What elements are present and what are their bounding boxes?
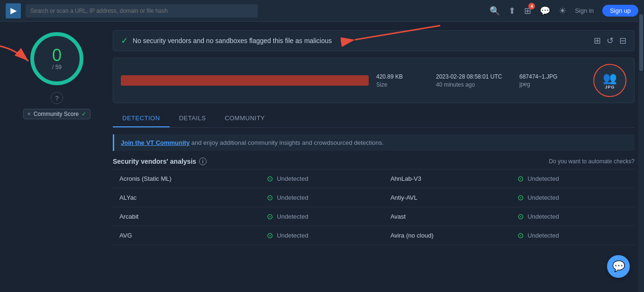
status-bar: ✓ No security vendors and no sandboxes f… (113, 30, 635, 51)
upload-icon[interactable]: ⬆ (508, 6, 516, 16)
vendor-status-left: ⊙ Undetected (260, 188, 384, 207)
check-icon-right: ⊙ (517, 231, 524, 240)
vendor-status-left: ⊙ Undetected (260, 169, 384, 188)
tabs: DETECTION DETAILS COMMUNITY (113, 110, 635, 128)
undetected-label-left: Undetected (277, 194, 308, 201)
tab-community[interactable]: COMMUNITY (215, 110, 274, 127)
undetected-label-right: Undetected (527, 175, 559, 182)
file-path-bar (121, 75, 369, 86)
vendor-name-right: Antiy-AVL (384, 188, 511, 207)
community-notice-text: and enjoy additional community insights … (191, 139, 384, 146)
file-name-row: 687474~1.JPG jpeg (519, 73, 586, 88)
vendor-name-right: AhnLab-V3 (384, 169, 511, 188)
file-people-icon: 👥 (603, 71, 617, 85)
notification-badge: 4 (528, 3, 535, 9)
file-icon-wrapper: 👥 JPG (593, 64, 626, 97)
score-number: 0 (52, 47, 62, 64)
vendors-table: Acronis (Static ML) ⊙ Undetected AhnLab-… (113, 169, 635, 245)
signup-button[interactable]: Sign up (602, 5, 638, 17)
vendors-header: Security vendors' analysis i Do you want… (113, 158, 635, 165)
file-info-area: 420.89 KB Size 2023-02-28 08:58:01 UTC 4… (113, 58, 635, 103)
refresh-icon[interactable]: ↺ (607, 35, 614, 46)
file-size-text: Size (376, 81, 428, 88)
check-icon-right: ⊙ (517, 174, 524, 183)
vendor-name-left: AVG (113, 226, 260, 245)
table-row: Arcabit ⊙ Undetected Avast ⊙ Undetected (113, 207, 635, 226)
automate-link[interactable]: Do you want to automate checks? (549, 158, 635, 165)
vendor-status-right: ⊙ Undetected (511, 169, 635, 188)
vendor-status-right: ⊙ Undetected (511, 226, 635, 245)
help-icon[interactable]: ? (51, 92, 63, 104)
share-icon[interactable]: ⊞ (594, 35, 601, 46)
vendor-name-left: Arcabit (113, 207, 260, 226)
check-icon-right: ⊙ (517, 212, 524, 221)
file-icon-label: JPG (605, 85, 615, 89)
main-content: 0 / 59 ? × Community Score ✓ ✓ No securi… (0, 22, 644, 245)
check-icon-left: ⊙ (267, 193, 273, 202)
vendors-info-icon[interactable]: i (199, 158, 207, 165)
file-icon-inner: 👥 JPG (603, 71, 617, 89)
vendor-name-left: Acronis (Static ML) (113, 169, 260, 188)
status-ok-icon: ✓ (121, 35, 128, 46)
community-link[interactable]: Join the VT Community (121, 139, 190, 146)
scrollbar-track[interactable] (638, 0, 644, 292)
signin-button[interactable]: Sign in (575, 7, 594, 14)
table-row: Acronis (Static ML) ⊙ Undetected AhnLab-… (113, 169, 635, 188)
sun-icon[interactable]: ☀ (559, 6, 566, 16)
chat-icon[interactable]: 💬 (540, 6, 550, 16)
undetected-label-right: Undetected (527, 213, 559, 220)
vendors-title: Security vendors' analysis i (113, 158, 207, 165)
check-icon-left: ⊙ (267, 212, 273, 221)
file-size-label: 420.89 KB (376, 73, 428, 80)
check-icon-right: ⊙ (517, 193, 524, 202)
vendor-status-right: ⊙ Undetected (511, 207, 635, 226)
score-denom: / 59 (52, 64, 62, 71)
score-circle: 0 / 59 (28, 30, 85, 87)
tab-detection[interactable]: DETECTION (113, 110, 170, 127)
logo[interactable]: ▶ (6, 3, 21, 18)
table-row: AVG ⊙ Undetected Avira (no cloud) ⊙ Unde… (113, 226, 635, 245)
vendor-status-left: ⊙ Undetected (260, 226, 384, 245)
file-meta: 420.89 KB Size (376, 73, 428, 88)
score-tags: × Community Score ✓ (23, 109, 91, 119)
search-input[interactable] (26, 4, 258, 18)
tag-label: Community Score (34, 111, 79, 117)
undetected-label-left: Undetected (277, 175, 308, 182)
vendor-name-right: Avira (no cloud) (384, 226, 511, 245)
file-type: jpeg (519, 81, 586, 88)
file-name: 687474~1.JPG (519, 73, 586, 80)
vendor-name-left: ALYac (113, 188, 260, 207)
tab-details[interactable]: DETAILS (170, 110, 216, 127)
file-date-info: 2023-02-28 08:58:01 UTC 40 minutes ago (436, 73, 512, 88)
undetected-label-right: Undetected (527, 194, 559, 201)
undetected-label-left: Undetected (277, 232, 308, 239)
vendors-title-text: Security vendors' analysis (113, 158, 196, 165)
vendor-status-left: ⊙ Undetected (260, 207, 384, 226)
status-message: No security vendors and no sandboxes fla… (133, 37, 332, 44)
qr-icon[interactable]: ⊟ (619, 35, 626, 46)
file-date-ago: 40 minutes ago (436, 81, 512, 88)
right-panel: ✓ No security vendors and no sandboxes f… (113, 30, 635, 245)
file-date: 2023-02-28 08:58:01 UTC (436, 73, 512, 80)
check-icon-left: ⊙ (267, 174, 273, 183)
status-left: ✓ No security vendors and no sandboxes f… (121, 35, 332, 46)
search-icon[interactable]: 🔍 (490, 6, 500, 16)
undetected-label-left: Undetected (277, 213, 308, 220)
community-notice: Join the VT Community and enjoy addition… (113, 134, 635, 151)
vendor-name-right: Avast (384, 207, 511, 226)
check-icon-left: ⊙ (267, 231, 273, 240)
tag-remove-button[interactable]: × (27, 111, 31, 117)
top-navigation: ▶ 🔍 ⬆ ⊞ 4 💬 ☀ Sign in Sign up (0, 0, 644, 22)
undetected-label-right: Undetected (527, 232, 559, 239)
nav-icons: 🔍 ⬆ ⊞ 4 💬 ☀ Sign in Sign up (490, 5, 638, 17)
vendor-status-right: ⊙ Undetected (511, 188, 635, 207)
chat-button[interactable]: 💬 (607, 255, 630, 278)
table-row: ALYac ⊙ Undetected Antiy-AVL ⊙ Undetecte… (113, 188, 635, 207)
left-panel: 0 / 59 ? × Community Score ✓ (9, 30, 104, 245)
tag-check-icon: ✓ (82, 111, 86, 117)
status-actions: ⊞ ↺ ⊟ (594, 35, 626, 46)
scrollbar-thumb[interactable] (639, 14, 643, 71)
grid-icon[interactable]: ⊞ 4 (524, 6, 531, 16)
